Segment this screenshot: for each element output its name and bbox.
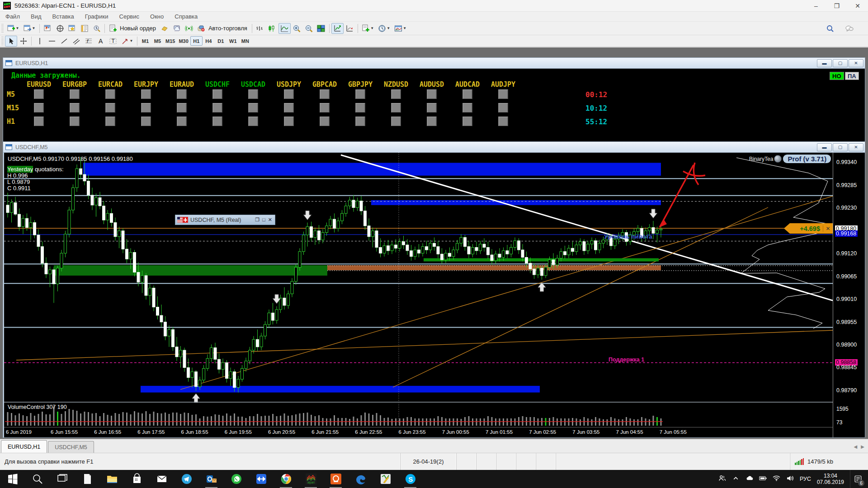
toolbar-grip[interactable] (1, 24, 4, 33)
battery-icon[interactable] (759, 474, 767, 484)
vline-button[interactable] (33, 36, 46, 47)
periods-button[interactable]: ▼ (376, 23, 392, 34)
timeframe-mn[interactable]: MN (239, 36, 251, 46)
chart-tab-usdchf-m5[interactable]: USDCHF,M5 (48, 441, 94, 453)
chart-line-button[interactable] (278, 23, 291, 34)
taskbar-skype-icon[interactable]: S (398, 470, 423, 488)
dropdown-arrow-icon[interactable]: ▼ (130, 39, 133, 43)
hline-button[interactable] (46, 36, 58, 47)
taskbar-alpari-icon[interactable]: alpari (298, 470, 323, 488)
restore-button[interactable]: ❐ (826, 0, 847, 11)
indicator-button-pa[interactable]: ПА (845, 72, 859, 80)
menu-item-вид[interactable]: Вид (25, 12, 47, 21)
zoom-in-button[interactable] (291, 23, 303, 34)
vps-button[interactable] (171, 23, 183, 34)
taskbar-telegram-icon[interactable] (174, 470, 199, 488)
tabs-scroll-left-icon[interactable]: ◀ (854, 444, 858, 449)
menu-item-графики[interactable]: Графики (80, 12, 114, 21)
taskbar-metaeditor-app-icon[interactable] (373, 470, 398, 488)
strategy-tester-button[interactable] (90, 23, 103, 34)
timeframe-d1[interactable]: D1 (215, 36, 227, 46)
minimize-button[interactable]: – (806, 0, 826, 11)
cursor-button[interactable] (5, 36, 17, 47)
tray-clock[interactable]: 13:04 07.06.2019 (817, 473, 844, 485)
profiles-button[interactable]: ▼ (21, 23, 38, 34)
taskbar-whatsapp-icon[interactable] (224, 470, 249, 488)
mini-chart-panel[interactable]: USDCHF, M5 (Real) ❐ □ ✕ (175, 215, 275, 225)
taskbar-outlook-icon[interactable] (199, 470, 224, 488)
chart-candles-button[interactable] (266, 23, 278, 34)
mini-maximize-icon[interactable]: □ (262, 217, 265, 223)
timeframe-w1[interactable]: W1 (227, 36, 239, 46)
child-close-button[interactable]: ✕ (849, 143, 863, 151)
taskbar-notepad-icon[interactable] (75, 470, 99, 488)
indicator-button-no[interactable]: НО (830, 72, 844, 80)
menu-item-сервис[interactable]: Сервис (114, 12, 145, 21)
channel-button[interactable] (70, 36, 82, 47)
child-close-button[interactable]: ✕ (849, 59, 863, 67)
mini-close-icon[interactable]: ✕ (268, 217, 272, 223)
dropdown-arrow-icon[interactable]: ▼ (16, 26, 19, 30)
search-button[interactable] (824, 23, 836, 34)
dropdown-arrow-icon[interactable]: ▼ (387, 26, 390, 30)
timeframe-m5[interactable]: M5 (151, 36, 164, 46)
timeframe-m30[interactable]: M30 (177, 36, 190, 46)
onedrive-cloud-icon[interactable] (745, 474, 753, 484)
taskbar-mail-icon[interactable] (149, 470, 174, 488)
zoom-out-button[interactable] (303, 23, 315, 34)
new-order-label[interactable]: Новый ордер (120, 25, 156, 32)
taskbar-mt4-icon[interactable] (323, 470, 348, 488)
add-indicator-button[interactable]: ▼ (360, 23, 376, 34)
taskbar-teamviewer-icon[interactable] (249, 470, 274, 488)
new-order-button[interactable] (107, 23, 119, 34)
fibonacci-button[interactable]: f (82, 36, 94, 47)
trendline-button[interactable] (58, 36, 70, 47)
profit-close-icon[interactable]: ✕ (823, 225, 833, 232)
data-window-button[interactable] (54, 23, 66, 34)
language-indicator[interactable]: РУС (800, 476, 811, 482)
close-button[interactable]: ✕ (847, 0, 868, 11)
taskbar-store-icon[interactable] (124, 470, 149, 488)
child-maximize-button[interactable]: ▢ (833, 59, 848, 67)
auto-trading-label[interactable]: Авто-торговля (208, 25, 247, 32)
child-minimize-button[interactable]: ▬ (817, 59, 832, 67)
crosshair-button[interactable] (17, 36, 29, 47)
chart-bars-button[interactable] (254, 23, 266, 34)
dropdown-arrow-icon[interactable]: ▼ (370, 26, 374, 30)
new-chart-button[interactable]: ▼ (5, 23, 21, 34)
dropdown-arrow-icon[interactable]: ▼ (403, 26, 406, 30)
mini-restore-icon[interactable]: ❐ (255, 217, 259, 223)
volume-icon[interactable] (786, 474, 794, 484)
signals-button[interactable] (183, 23, 195, 34)
label-button[interactable]: T (107, 36, 119, 47)
tabs-scroll-right-icon[interactable]: ▶ (861, 444, 864, 449)
menu-item-файл[interactable]: Файл (0, 12, 25, 21)
hidden-icons-chevron-icon[interactable] (732, 474, 740, 484)
timeframe-h1[interactable]: H1 (190, 36, 203, 46)
metaeditor-button[interactable] (159, 23, 171, 34)
toolbar-grip[interactable] (1, 37, 4, 46)
auto-trading-button[interactable] (195, 23, 208, 34)
timeframe-h4[interactable]: H4 (203, 36, 215, 46)
chart-tab-eurusd-h1[interactable]: EURUSD,H1 (1, 440, 47, 453)
templates-button[interactable]: ▼ (392, 23, 409, 34)
shapes-button[interactable]: ▼ (119, 36, 135, 47)
menu-item-вставка[interactable]: Вставка (47, 12, 80, 21)
dropdown-arrow-icon[interactable]: ▼ (32, 26, 36, 30)
tile-windows-button[interactable] (315, 23, 327, 34)
taskbar-chrome-icon[interactable] (274, 470, 298, 488)
timeframe-m1[interactable]: M1 (139, 36, 151, 46)
timeframe-m15[interactable]: M15 (164, 36, 177, 46)
child-maximize-button[interactable]: ▢ (833, 143, 848, 151)
taskbar-search-taskbar-icon[interactable] (25, 470, 50, 488)
navigator-button[interactable] (66, 23, 78, 34)
market-watch-button[interactable] (42, 23, 54, 34)
window-eurusd-titlebar[interactable]: EURUSD,H1 ▬ ▢ ✕ (3, 58, 865, 69)
notification-center-icon[interactable]: 6 (850, 470, 865, 488)
chart-area[interactable]: 6 Jun 20196 Jun 15:556 Jun 16:556 Jun 17… (3, 153, 865, 437)
wifi-icon[interactable] (773, 474, 780, 484)
taskbar-edge-icon[interactable] (348, 470, 373, 488)
menu-item-справка[interactable]: Справка (169, 12, 203, 21)
people-icon[interactable] (718, 474, 726, 484)
indicator-cursor-button[interactable] (344, 23, 356, 34)
